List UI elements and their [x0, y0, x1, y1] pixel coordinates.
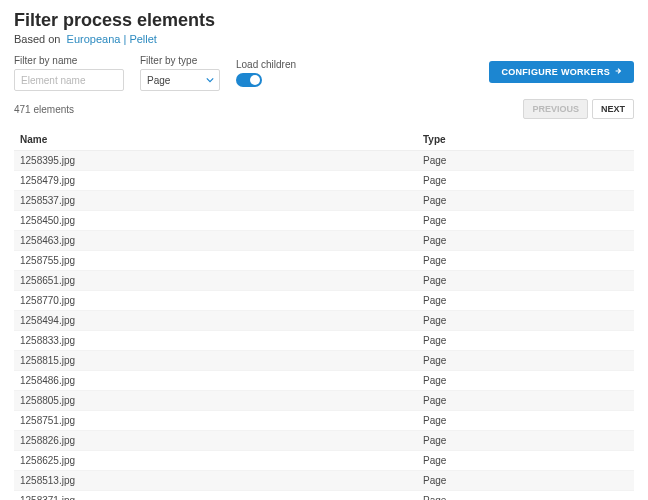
cell-type: Page — [417, 291, 634, 311]
cell-name: 1258625.jpg — [14, 451, 417, 471]
cell-name: 1258805.jpg — [14, 391, 417, 411]
load-children-toggle[interactable] — [236, 73, 262, 87]
elements-table: Name Type 1258395.jpgPage1258479.jpgPage… — [14, 129, 634, 500]
cell-name: 1258755.jpg — [14, 251, 417, 271]
cell-type: Page — [417, 411, 634, 431]
cell-type: Page — [417, 271, 634, 291]
cell-type: Page — [417, 471, 634, 491]
load-children-group: Load children — [236, 59, 296, 91]
pager: PREVIOUS NEXT — [523, 99, 634, 119]
cell-name: 1258513.jpg — [14, 471, 417, 491]
filter-name-label: Filter by name — [14, 55, 124, 66]
toggle-knob — [250, 75, 260, 85]
filter-type-select[interactable]: Page — [140, 69, 220, 91]
cell-type: Page — [417, 391, 634, 411]
cell-name: 1258537.jpg — [14, 191, 417, 211]
table-row[interactable]: 1258751.jpgPage — [14, 411, 634, 431]
cell-name: 1258371.jpg — [14, 491, 417, 501]
table-row[interactable]: 1258463.jpgPage — [14, 231, 634, 251]
cell-name: 1258826.jpg — [14, 431, 417, 451]
previous-button: PREVIOUS — [523, 99, 588, 119]
cell-name: 1258395.jpg — [14, 151, 417, 171]
pager-row: 471 elements PREVIOUS NEXT — [14, 99, 634, 119]
table-row[interactable]: 1258755.jpgPage — [14, 251, 634, 271]
col-name-header: Name — [14, 129, 417, 151]
table-row[interactable]: 1258833.jpgPage — [14, 331, 634, 351]
table-row[interactable]: 1258815.jpgPage — [14, 351, 634, 371]
cell-type: Page — [417, 431, 634, 451]
cell-name: 1258486.jpg — [14, 371, 417, 391]
cell-type: Page — [417, 211, 634, 231]
cell-type: Page — [417, 331, 634, 351]
col-type-header: Type — [417, 129, 634, 151]
next-button[interactable]: NEXT — [592, 99, 634, 119]
table-row[interactable]: 1258770.jpgPage — [14, 291, 634, 311]
table-row[interactable]: 1258513.jpgPage — [14, 471, 634, 491]
cell-name: 1258770.jpg — [14, 291, 417, 311]
cell-type: Page — [417, 151, 634, 171]
configure-workers-label: CONFIGURE WORKERS — [501, 67, 610, 77]
project-link[interactable]: Europeana | Pellet — [67, 33, 157, 45]
table-row[interactable]: 1258450.jpgPage — [14, 211, 634, 231]
based-on-prefix: Based on — [14, 33, 60, 45]
table-row[interactable]: 1258395.jpgPage — [14, 151, 634, 171]
cell-type: Page — [417, 371, 634, 391]
table-row[interactable]: 1258537.jpgPage — [14, 191, 634, 211]
table-row[interactable]: 1258479.jpgPage — [14, 171, 634, 191]
table-row[interactable]: 1258826.jpgPage — [14, 431, 634, 451]
configure-workers-button[interactable]: CONFIGURE WORKERS — [489, 61, 634, 83]
cell-type: Page — [417, 231, 634, 251]
cell-type: Page — [417, 491, 634, 501]
filter-name-input[interactable] — [14, 69, 124, 91]
filter-type-group: Filter by type Page — [140, 55, 220, 91]
cell-name: 1258450.jpg — [14, 211, 417, 231]
arrow-right-icon — [614, 67, 622, 77]
cell-type: Page — [417, 171, 634, 191]
table-row[interactable]: 1258651.jpgPage — [14, 271, 634, 291]
cell-name: 1258833.jpg — [14, 331, 417, 351]
cell-name: 1258815.jpg — [14, 351, 417, 371]
table-row[interactable]: 1258494.jpgPage — [14, 311, 634, 331]
cell-name: 1258479.jpg — [14, 171, 417, 191]
load-children-label: Load children — [236, 59, 296, 70]
cell-type: Page — [417, 351, 634, 371]
filter-name-group: Filter by name — [14, 55, 124, 91]
cell-name: 1258494.jpg — [14, 311, 417, 331]
table-row[interactable]: 1258625.jpgPage — [14, 451, 634, 471]
cell-type: Page — [417, 251, 634, 271]
cell-name: 1258751.jpg — [14, 411, 417, 431]
table-row[interactable]: 1258805.jpgPage — [14, 391, 634, 411]
page-title: Filter process elements — [14, 10, 634, 31]
cell-name: 1258651.jpg — [14, 271, 417, 291]
filter-type-label: Filter by type — [140, 55, 220, 66]
filter-row: Filter by name Filter by type Page Load … — [14, 55, 634, 91]
table-row[interactable]: 1258371.jpgPage — [14, 491, 634, 501]
cell-name: 1258463.jpg — [14, 231, 417, 251]
subtitle: Based on Europeana | Pellet — [14, 33, 634, 45]
table-row[interactable]: 1258486.jpgPage — [14, 371, 634, 391]
element-count: 471 elements — [14, 104, 74, 115]
cell-type: Page — [417, 191, 634, 211]
cell-type: Page — [417, 451, 634, 471]
cell-type: Page — [417, 311, 634, 331]
